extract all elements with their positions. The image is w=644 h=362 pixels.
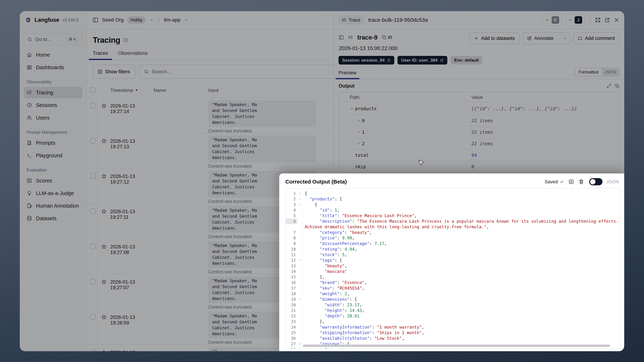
token-key: "description"	[320, 219, 352, 224]
line-number: 28	[286, 347, 297, 349]
json-editor[interactable]: 1{2 "products": [3 {4 "id": 1,5 "title":…	[285, 188, 621, 349]
fold-gutter	[297, 308, 302, 309]
code-line: 20 "width": 23.17,	[286, 302, 620, 308]
code-text: {	[302, 347, 620, 349]
delete-icon[interactable]	[578, 179, 584, 184]
token-pun: ,	[370, 230, 372, 235]
token-pun	[305, 325, 320, 330]
code-line: 5 "title": "Essence Mascara Lash Prince"…	[286, 213, 620, 218]
token-key: "rating"	[320, 247, 340, 252]
code-line: 11 "stock": 5,	[286, 252, 620, 258]
token-str: "RCH45Q1A"	[337, 286, 362, 290]
token-pun: ,	[362, 308, 364, 313]
line-number: 27	[286, 341, 297, 347]
line-number: 2	[286, 196, 297, 202]
line-number: 5	[286, 213, 297, 218]
token-num: 4.94	[345, 247, 354, 252]
token-pun	[305, 252, 320, 257]
code-text: "depth": 28.01	[302, 313, 620, 319]
code-text: "description": "The Essence Mascara Lash…	[302, 218, 620, 230]
token-pun: ,	[360, 302, 362, 307]
fold-chevron-icon[interactable]	[297, 258, 302, 262]
token-pun	[305, 197, 310, 201]
token-str: "Low Stock"	[374, 336, 402, 340]
code-text: "stock": 5,	[302, 252, 620, 258]
token-pun: ],	[305, 275, 325, 279]
line-number: 18	[286, 291, 297, 296]
token-key: "stock"	[320, 252, 337, 257]
fold-gutter	[297, 208, 302, 209]
token-num: 9.99	[342, 236, 352, 240]
code-text: "weight": 2,	[302, 291, 620, 296]
token-pun	[305, 291, 320, 296]
code-line: 22 "depth": 28.01	[286, 313, 620, 319]
token-pun: :	[345, 230, 350, 235]
token-pun: ,	[337, 208, 340, 212]
code-line: 28 {	[286, 347, 620, 349]
token-str: "Essence"	[342, 280, 364, 285]
token-key: "depth"	[325, 314, 342, 318]
fold-gutter	[297, 235, 302, 236]
line-number: 19	[286, 296, 297, 302]
fold-gutter	[297, 274, 302, 276]
token-pun	[305, 330, 320, 335]
line-number: 8	[286, 235, 297, 241]
code-text: "price": 9.99,	[302, 235, 620, 241]
line-number: 7	[286, 230, 297, 235]
code-text: "beauty",	[302, 263, 620, 269]
save-icon[interactable]	[568, 179, 574, 184]
token-pun	[305, 258, 320, 262]
line-number: 4	[286, 208, 297, 213]
token-pun: :	[337, 280, 342, 285]
fold-gutter	[297, 319, 302, 320]
fold-chevron-icon[interactable]	[297, 196, 302, 200]
token-pun	[305, 264, 325, 268]
token-str: "1 month warranty"	[377, 325, 422, 330]
token-key: "products"	[310, 197, 334, 201]
token-key: "tags"	[320, 258, 334, 262]
json-toggle[interactable]	[589, 178, 602, 185]
token-pun: {	[305, 202, 317, 207]
token-key: "discountPercentage"	[320, 241, 370, 246]
fold-chevron-icon[interactable]	[297, 191, 302, 195]
line-number: 22	[286, 313, 297, 319]
token-pun: ,	[352, 236, 354, 240]
token-pun	[305, 219, 320, 224]
token-pun: : [	[334, 197, 342, 201]
mouse-cursor	[417, 159, 425, 167]
code-line: 12 "tags": [	[286, 258, 620, 263]
toggle-knob	[590, 179, 596, 184]
code-line: 10 "rating": 4.94,	[286, 246, 620, 252]
code-text: {	[302, 202, 620, 208]
json-toggle-label: JSON	[606, 179, 619, 184]
code-line: 13 "beauty",	[286, 263, 620, 269]
token-pun: : {	[350, 297, 357, 302]
horizontal-scrollbar[interactable]	[303, 344, 610, 347]
token-pun: :	[342, 314, 347, 318]
fold-chevron-icon[interactable]	[297, 296, 302, 301]
token-pun: : [	[334, 258, 342, 262]
fold-chevron-icon[interactable]	[297, 347, 302, 349]
code-line: 1{	[286, 191, 620, 196]
code-text: "title": "Essence Mascara Lash Prince",	[302, 213, 620, 218]
code-line: 17 "sku": "RCH45Q1A",	[286, 286, 620, 291]
code-text: "width": 23.17,	[302, 302, 620, 308]
token-pun: },	[305, 319, 325, 324]
fold-chevron-icon[interactable]	[297, 341, 302, 345]
code-line: 8 "price": 9.99,	[286, 235, 620, 241]
line-number: 26	[286, 336, 297, 341]
line-number: 10	[286, 246, 297, 252]
line-number: 11	[286, 252, 297, 258]
token-key: "shippingInformation"	[320, 330, 372, 335]
line-number: 23	[286, 319, 297, 324]
code-line: 19 "dimensions": {	[286, 296, 620, 302]
token-pun	[305, 236, 320, 240]
token-pun	[305, 302, 325, 307]
fold-gutter	[297, 230, 302, 231]
line-number: 24	[286, 324, 297, 330]
fold-chevron-icon[interactable]	[297, 202, 302, 206]
code-text: "height": 14.43,	[302, 308, 620, 313]
token-pun: ,	[347, 291, 350, 296]
fold-gutter	[297, 330, 302, 331]
code-line: 23 },	[286, 319, 620, 324]
